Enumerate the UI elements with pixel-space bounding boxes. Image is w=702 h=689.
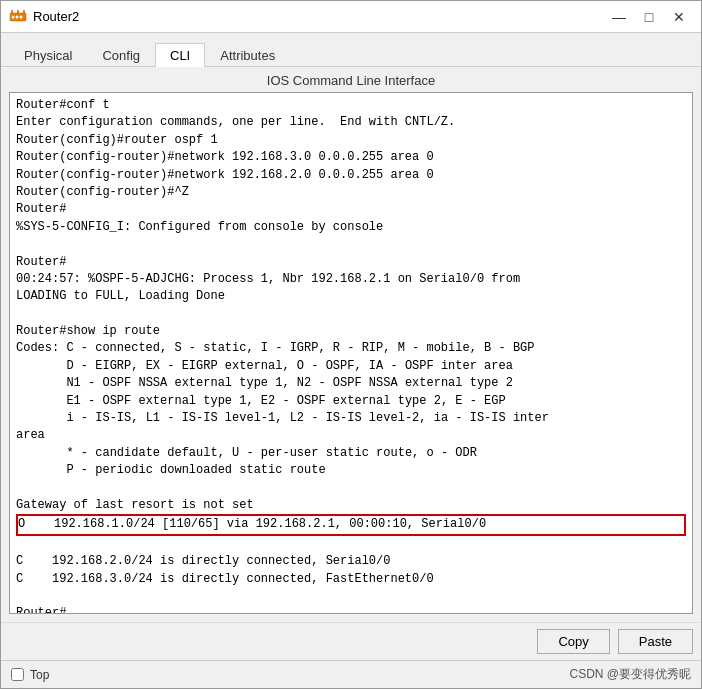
cli-highlighted-row: O 192.168.1.0/24 [110/65] via 192.168.2.…: [16, 514, 686, 535]
window-title: Router2: [33, 9, 79, 24]
router-icon: [9, 8, 27, 26]
tab-attributes[interactable]: Attributes: [205, 43, 290, 67]
svg-point-3: [20, 15, 23, 18]
cli-text-tail: C 192.168.2.0/24 is directly connected, …: [16, 553, 686, 613]
tab-physical[interactable]: Physical: [9, 43, 87, 67]
footer-bar: Top CSDN @要变得优秀昵: [1, 660, 701, 688]
copy-button[interactable]: Copy: [537, 629, 609, 654]
router2-window: Router2 — □ ✕ Physical Config CLI Attrib…: [0, 0, 702, 689]
top-checkbox[interactable]: [11, 668, 24, 681]
close-button[interactable]: ✕: [665, 6, 693, 28]
svg-point-1: [12, 15, 15, 18]
title-bar: Router2 — □ ✕: [1, 1, 701, 33]
tab-config[interactable]: Config: [87, 43, 155, 67]
section-title: IOS Command Line Interface: [1, 67, 701, 92]
watermark: CSDN @要变得优秀昵: [569, 666, 691, 683]
top-label: Top: [30, 668, 49, 682]
minimize-button[interactable]: —: [605, 6, 633, 28]
cli-output[interactable]: Router#conf t Enter configuration comman…: [10, 93, 692, 613]
cli-container: Router#conf t Enter configuration comman…: [9, 92, 693, 614]
maximize-button[interactable]: □: [635, 6, 663, 28]
tabs-bar: Physical Config CLI Attributes: [1, 33, 701, 67]
paste-button[interactable]: Paste: [618, 629, 693, 654]
cli-text-main: Router#conf t Enter configuration comman…: [16, 97, 686, 514]
svg-point-2: [16, 15, 19, 18]
tab-cli[interactable]: CLI: [155, 43, 205, 67]
bottom-buttons: Copy Paste: [1, 622, 701, 660]
